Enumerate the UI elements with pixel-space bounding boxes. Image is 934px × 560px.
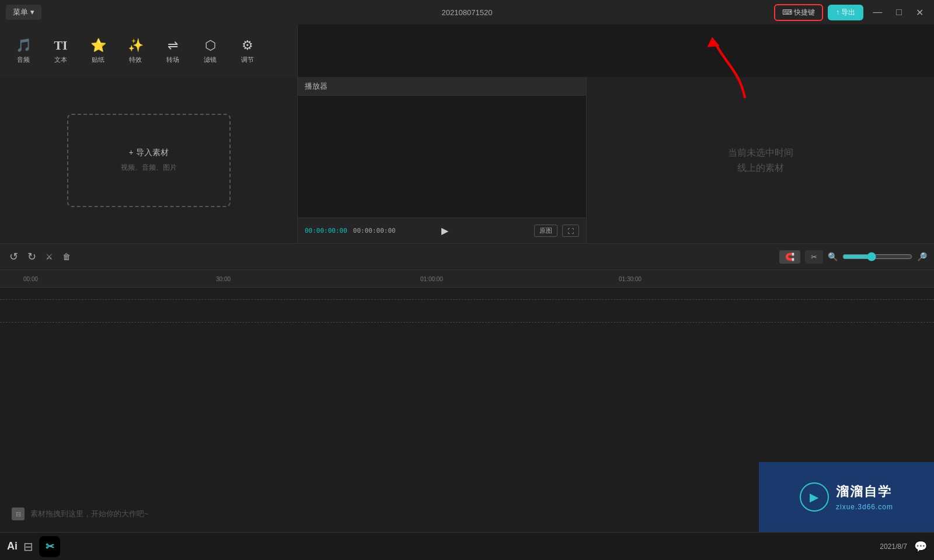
taskbar-left: Ai ⊟ ✂ [7,536,60,557]
track-dashed-line [0,299,934,323]
filter-icon: ⬡ [205,38,216,53]
scissors-mode-button[interactable]: ✂ [805,250,823,264]
import-main-text: + 导入素材 [128,148,168,158]
ai-label: Ai [7,540,18,552]
ruler-mark-1: 30:00 [216,275,231,282]
player-controls: 00:00:00:00 00:00:00:00 ▶ 原图 ⛶ [298,218,586,243]
promo-logo-icon: ▶ [810,490,818,504]
properties-panel: 当前未选中时间 线上的素材 [587,77,934,243]
svg-marker-0 [707,37,719,47]
delete-button[interactable]: 🗑 [60,250,73,264]
track-hint-text: 素材拖拽到这里，开始你的大作吧~ [30,509,149,519]
toolbar-item-transition[interactable]: ⇌ 转场 [155,30,190,71]
split-button[interactable]: ⚔ [43,250,55,264]
promo-name: 溜溜自学 [836,483,893,501]
redo-button[interactable]: ↻ [25,248,39,265]
taskbar: Ai ⊟ ✂ 2021/8/7 💬 [0,532,934,560]
track-icon: ⊟ [12,508,25,520]
media-panel: + 导入素材 视频、音频、图片 [0,77,298,243]
tl-right-controls: 🧲 ✂ 🔍 🔎 [779,250,927,264]
player-header: 播放器 [298,77,586,96]
zoom-slider[interactable] [842,252,912,261]
player-title: 播放器 [305,81,327,92]
chat-button[interactable]: 💬 [914,540,927,553]
titlebar-controls: ⌨ 快捷键 ↑ 导出 — □ ✕ [774,4,928,21]
promo-url: zixue.3d66.com [836,503,893,511]
adjust-label: 调节 [241,55,254,64]
timeline-controls: ↺ ↻ ⚔ 🗑 🧲 ✂ 🔍 🔎 [0,243,934,270]
zoom-end-icon: 🔎 [917,252,927,261]
transition-label: 转场 [166,55,179,64]
ruler-mark-0: 00:00 [23,275,38,282]
shortcut-button[interactable]: ⌨ 快捷键 [774,4,823,21]
sticker-icon: ⭐ [90,38,106,53]
import-box[interactable]: + 导入素材 视频、音频、图片 [67,114,231,207]
minimize-button[interactable]: — [868,6,887,19]
close-button[interactable]: ✕ [911,6,928,19]
original-view-button[interactable]: 原图 [534,225,557,237]
magnet-mode-button[interactable]: 🧲 [779,250,800,264]
export-button[interactable]: ↑ 导出 [828,5,863,20]
filter-label: 滤镜 [204,55,217,64]
effects-label: 特效 [129,55,142,64]
sticker-label: 贴纸 [92,55,104,64]
play-button[interactable]: ▶ [441,225,448,236]
zoom-icon: 🔍 [828,252,838,261]
menu-button[interactable]: 菜单 ▾ [6,5,41,20]
toolbar-item-effects[interactable]: ✨ 特效 [118,30,153,71]
undo-button[interactable]: ↺ [7,248,20,265]
player-panel: 播放器 00:00:00:00 00:00:00:00 ▶ 原图 ⛶ [298,77,587,243]
toolbar-item-audio[interactable]: 🎵 音频 [6,30,41,71]
toolbar-item-filter[interactable]: ⬡ 滤镜 [193,30,228,71]
text-icon: TI [54,38,67,53]
audio-icon: 🎵 [16,38,32,53]
promo-box: ▶ 溜溜自学 zixue.3d66.com [759,462,934,532]
ruler-mark-3: 01:30:00 [619,275,642,282]
main-area: + 导入素材 视频、音频、图片 播放器 00:00:00:00 00:00:00… [0,77,934,243]
no-selection-text: 当前未选中时间 线上的素材 [728,145,793,175]
player-right-btns: 原图 ⛶ [534,225,579,237]
player-screen [298,96,586,218]
toolbar-item-adjust[interactable]: ⚙ 调节 [230,30,265,71]
time-end: 00:00:00:00 [353,227,396,235]
window-title: 202108071520 [442,8,493,17]
transition-icon: ⇌ [168,38,178,53]
time-start: 00:00:00:00 [305,227,347,235]
text-label: 文本 [54,55,67,64]
promo-text: 溜溜自学 zixue.3d66.com [836,483,893,511]
taskbar-right: 2021/8/7 💬 [880,540,927,553]
import-sub-text: 视频、音频、图片 [121,163,177,173]
maximize-button[interactable]: □ [891,6,907,19]
toolbar-item-sticker[interactable]: ⭐ 贴纸 [81,30,116,71]
fullscreen-button[interactable]: ⛶ [562,225,579,237]
app-icon: ✂ [39,536,60,557]
effects-icon: ✨ [128,38,144,53]
ruler-mark-2: 01:00:00 [420,275,443,282]
promo-logo: ▶ [800,482,829,512]
audio-label: 音频 [17,55,30,64]
timeline-ruler: 00:00 30:00 01:00:00 01:30:00 [0,270,934,288]
titlebar: 菜单 ▾ 202108071520 ⌨ 快捷键 ↑ 导出 — □ ✕ [0,0,934,24]
timeline-toggle-button[interactable]: ⊟ [23,540,33,554]
toolbar-item-text[interactable]: TI 文本 [43,30,78,71]
titlebar-left: 菜单 ▾ [6,5,41,20]
adjust-icon: ⚙ [242,38,253,53]
toolbar: 🎵 音频 TI 文本 ⭐ 贴纸 ✨ 特效 ⇌ 转场 ⬡ 滤镜 ⚙ 调节 [0,24,298,77]
taskbar-clock: 2021/8/7 [880,542,907,551]
